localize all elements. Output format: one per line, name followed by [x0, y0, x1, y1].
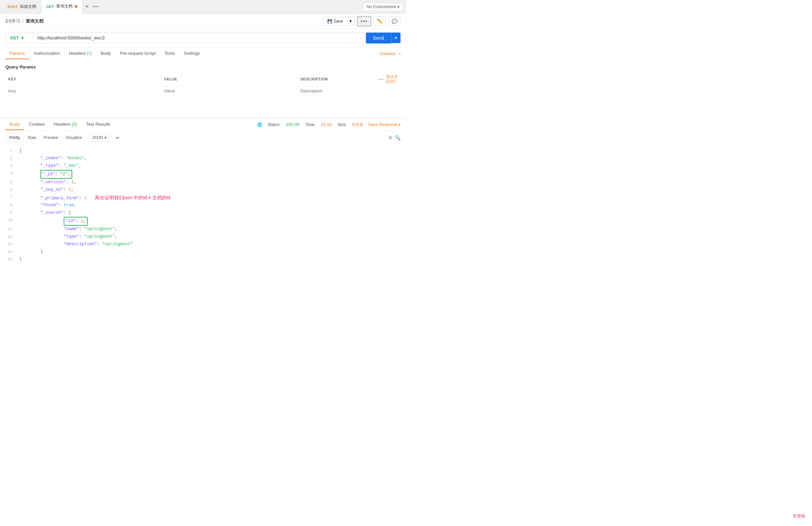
url-input[interactable]	[33, 32, 366, 43]
json-format-selector[interactable]: JSON ▾	[89, 134, 110, 142]
key-cell[interactable]	[5, 86, 161, 96]
method-selector[interactable]: GET ▾	[5, 32, 33, 43]
method-get-label: GET	[46, 4, 54, 9]
format-label: JSON	[92, 135, 103, 140]
value-input[interactable]	[164, 88, 295, 93]
size-value: 619 B	[352, 122, 363, 127]
save-response-caret-icon: ▾	[398, 122, 401, 127]
tab-post-add[interactable]: POST 添加文档	[3, 0, 41, 14]
json-line-3: 3 · · · · "_type": "_doc",	[0, 162, 406, 170]
comment-icon-button[interactable]: 💬	[389, 16, 401, 26]
row-actions	[376, 86, 401, 96]
time-value: 23 ms	[321, 122, 332, 127]
resp-tab-body[interactable]: Body	[5, 119, 24, 130]
value-cell[interactable]	[161, 86, 297, 96]
json-line-15: 15 }	[0, 256, 406, 261]
resp-tab-headers[interactable]: Headers (5)	[50, 119, 81, 130]
size-label: Size:	[338, 122, 347, 127]
source-id-highlight-box: "id": 1,	[64, 217, 88, 226]
params-title: Query Params	[5, 64, 401, 70]
env-selector-label: No Environment	[367, 4, 396, 9]
cookies-link[interactable]: Cookies	[380, 51, 396, 56]
json-line-7: 7 · · · · "_primary_term": 1 再次证明我们json …	[0, 194, 406, 202]
id-highlight-box: "_id": "2",	[40, 170, 72, 179]
col-key-header: KEY	[5, 72, 161, 86]
tab-bar-right: No Environment ▾	[363, 3, 403, 11]
tab-body[interactable]: Body	[97, 48, 115, 59]
resp-view-pretty[interactable]: Pretty	[5, 133, 24, 142]
globe-icon: 🌐	[257, 122, 262, 127]
tab-dot-indicator	[75, 5, 77, 8]
json-line-8: 8 · · · · "found": true,	[0, 202, 406, 209]
response-tabs: Body Cookies Headers (5) Test Results 🌐 …	[0, 118, 406, 131]
breadcrumb-current: 查询文档	[26, 18, 43, 24]
json-content: 1 { 2 · · · · "_index": "books", 3 · · ·…	[0, 145, 406, 261]
json-line-11: 11 · · · · · · · · "name": "springboot",	[0, 226, 406, 233]
key-input[interactable]	[8, 88, 158, 93]
resp-view-raw[interactable]: Raw	[24, 134, 39, 142]
collapse-panel-icon[interactable]: ›	[399, 51, 401, 56]
save-button-group: 💾 Save ▾	[323, 16, 354, 26]
table-more-icon[interactable]: •••	[379, 77, 384, 81]
save-dropdown-button[interactable]: ▾	[347, 16, 354, 26]
method-chevron-icon: ▾	[21, 35, 24, 40]
env-selector[interactable]: No Environment ▾	[363, 3, 403, 11]
tab-settings[interactable]: Settings	[180, 48, 204, 59]
response-section: Body Cookies Headers (5) Test Results 🌐 …	[0, 118, 406, 261]
save-response-button[interactable]: Save Response ▾	[368, 122, 401, 127]
resp-view-tabs: Pretty Raw Preview Visualize JSON ▾ ⇌ ⎘ …	[0, 131, 406, 145]
json-line-12: 12 · · · · · · · · "type": "springboot",	[0, 233, 406, 241]
request-more-button[interactable]: •••	[357, 16, 371, 26]
json-response-body: 1 { 2 · · · · "_index": "books", 3 · · ·…	[0, 145, 406, 261]
tab-authorization[interactable]: Authorization	[30, 48, 64, 59]
table-row	[5, 86, 401, 96]
json-line-4: 4 · · · · "_id": "2",	[0, 170, 406, 179]
time-label: Time:	[305, 122, 316, 127]
tab-bar: POST 添加文档 GET 查询文档 + ••• No Environment …	[0, 0, 406, 14]
json-line-14: 14 · · · · }	[0, 248, 406, 256]
annotation-text: 再次证明我们json 中的id ≠ 文档的id	[95, 195, 170, 200]
edit-icon-button[interactable]: ✏️	[374, 16, 386, 26]
send-button[interactable]: Send	[366, 33, 391, 43]
save-label: Save	[334, 19, 343, 24]
send-dropdown-button[interactable]: ▾	[391, 33, 401, 43]
bulk-edit-button[interactable]: Bulk Edit	[386, 74, 398, 84]
json-line-6: 6 · · · · "_seq_no": 1,	[0, 186, 406, 194]
method-post-label: POST	[8, 5, 18, 9]
resp-status-bar: 🌐 Status: 200 OK Time: 23 ms Size: 619 B…	[257, 122, 401, 127]
json-line-2: 2 · · · · "_index": "books",	[0, 155, 406, 162]
tab-params[interactable]: Params	[5, 48, 29, 59]
method-label: GET	[10, 35, 19, 40]
desc-cell[interactable]	[297, 86, 376, 96]
breadcrumb-separator: /	[22, 18, 24, 24]
json-line-5: 5 · · · · "_version": 1,	[0, 179, 406, 186]
format-chevron-icon: ▾	[104, 135, 106, 140]
save-icon: 💾	[327, 19, 332, 24]
save-button[interactable]: 💾 Save	[323, 17, 347, 26]
search-icon[interactable]: 🔍	[395, 135, 401, 140]
resp-view-preview[interactable]: Preview	[40, 134, 62, 142]
params-section: Query Params KEY VALUE DESCRIPTION ••• B…	[0, 60, 406, 97]
tab-tests[interactable]: Tests	[161, 48, 179, 59]
resp-tab-test-results[interactable]: Test Results	[82, 119, 114, 130]
tabs-more-button[interactable]: •••	[91, 4, 101, 9]
col-actions-header: ••• Bulk Edit	[376, 72, 401, 86]
copy-icon[interactable]: ⎘	[389, 135, 392, 140]
resp-view-visualize[interactable]: Visualize	[62, 134, 86, 142]
wrap-lines-icon[interactable]: ⇌	[113, 134, 122, 142]
header-actions: 💾 Save ▾ ••• ✏️ 💬	[323, 16, 401, 26]
request-tabs: Params Authorization Headers (7) Body Pr…	[0, 47, 406, 60]
status-label: Status:	[268, 122, 280, 127]
resp-view-right: ⎘ 🔍	[389, 135, 401, 140]
json-line-9: 9 · · · · "_source": {	[0, 209, 406, 217]
desc-input[interactable]	[300, 88, 373, 93]
chevron-down-icon: ▾	[397, 4, 399, 9]
new-tab-button[interactable]: +	[83, 3, 92, 10]
breadcrumb-parent: ES学习	[5, 18, 20, 24]
json-line-10: 10 · · · · · · · · "id": 1,	[0, 217, 406, 226]
resp-tab-cookies[interactable]: Cookies	[25, 119, 49, 130]
tab-headers[interactable]: Headers (7)	[65, 48, 96, 59]
breadcrumb: ES学习 / 查询文档	[5, 18, 43, 24]
tab-get-query[interactable]: GET 查询文档	[41, 0, 83, 14]
tab-pre-request[interactable]: Pre-request Script	[116, 48, 160, 59]
